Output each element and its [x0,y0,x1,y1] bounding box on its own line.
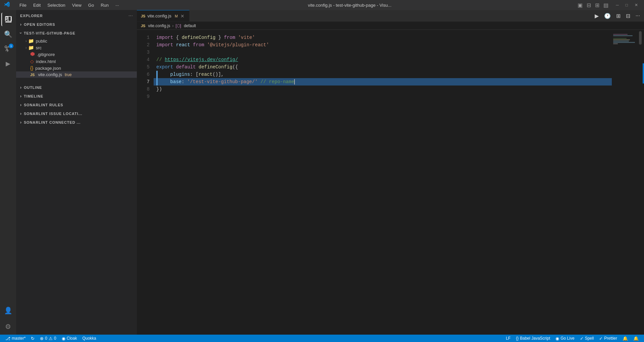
folder-src-icon: 📁 [28,45,34,50]
folder-src[interactable]: › 📁 src [16,44,137,51]
layout-icon-2[interactable]: ⊟ [587,2,591,8]
code-line-9 [154,93,612,100]
sonarlint-rules-section[interactable]: › SONARLINT RULES [16,101,137,109]
open-editors-section[interactable]: › OPEN EDITORS [16,20,137,29]
token-base: base [170,78,182,86]
spell-label: Spell [585,336,594,341]
debug-activity-icon[interactable]: ▶ [1,57,15,70]
tab-close-button[interactable]: ✕ [180,13,185,19]
status-bar: ⎇ master* ↻ ⊗ 0 ⚠ 0 ◉ Cloak Quokka LF {}… [0,335,644,342]
prettier-label: Prettier [604,336,617,341]
breadcrumb-symbol[interactable]: default [184,23,196,28]
sync-status[interactable]: ↻ [28,335,37,342]
token-url: https://vitejs.dev/config/ [165,56,238,63]
token-base-str: '/test-vite-github-page/' [187,78,258,86]
file-package-json[interactable]: {} package.json [16,65,137,71]
go-live-status[interactable]: ◉ Go Live [553,335,577,342]
window-title: vite.config.js - test-vite-github-page -… [127,3,572,8]
selection-menu[interactable]: Selection [45,2,68,8]
timeline-chevron: › [20,94,22,99]
outline-section[interactable]: › OUTLINE [16,83,137,92]
token-plugin-react-str: '@vitejs/plugin-react' [207,41,269,49]
view-menu[interactable]: View [69,2,84,8]
spell-status[interactable]: ✓ Spell [577,335,597,342]
branch-status[interactable]: ⎇ master* [3,335,28,342]
explorer-header: EXPLORER ··· [16,10,137,20]
timeline-section[interactable]: › TIMELINE [16,92,137,101]
tab-bar: JS vite.config.js M ✕ ▶ 🕐 ⊞ ⊟ ··· [137,10,644,22]
minimap-line-7 [613,42,635,43]
tab-vite-config[interactable]: JS vite.config.js M ✕ [137,10,190,21]
line-num-3: 3 [137,49,154,56]
source-control-activity-icon[interactable]: 1 [1,42,15,56]
layout-icon-1[interactable]: ▣ [578,2,583,8]
maximize-button[interactable]: □ [624,2,630,8]
more-actions-button[interactable]: ··· [634,11,641,20]
titlebar: File Edit Selection View Go Run ··· vite… [0,0,644,10]
sonarlint-rules-label: SONARLINT RULES [24,103,63,107]
cloak-status[interactable]: ◉ Cloak [59,335,80,342]
activity-bar: 🔍 1 ▶ 👤 ⚙ [0,10,16,335]
settings-activity-icon[interactable]: ⚙ [1,320,15,333]
explorer-more-button[interactable]: ··· [128,13,133,19]
line-ending-label: LF [506,336,511,341]
edit-menu[interactable]: Edit [31,2,43,8]
split-view-button[interactable]: ⊟ [625,11,632,20]
language-icon: {} [516,336,519,341]
breadcrumb-filename[interactable]: vite.config.js [148,23,170,28]
line-num-4: 4 [137,56,154,63]
folder-public-label: public [36,39,47,44]
main-layout: 🔍 1 ▶ 👤 ⚙ EXPLORER ··· › OPEN EDITORS › … [0,10,644,335]
spell-icon: ✓ [580,336,584,341]
file-index-html[interactable]: ◇ index.html [16,58,137,65]
editor-scrollbar[interactable] [639,30,642,335]
open-changes-button[interactable]: 🕐 [603,11,612,20]
run-button[interactable]: ▶ [593,11,600,20]
folder-public[interactable]: › 📁 public [16,38,137,44]
layout-icon-4[interactable]: ▤ [603,2,608,8]
prettier-status[interactable]: ✓ Prettier [596,335,620,342]
timeline-label: TIMELINE [24,94,43,98]
token-vite-str: 'vite' [238,34,255,41]
code-content[interactable]: import { defineConfig } from 'vite' impo… [154,30,612,335]
errors-status[interactable]: ⊗ 0 ⚠ 0 [37,335,59,342]
project-name: TEST-VITE-GITHUB-PAGE [24,31,75,35]
code-line-1: import { defineConfig } from 'vite' [154,34,612,41]
search-activity-icon[interactable]: 🔍 [1,27,15,41]
split-editor-button[interactable]: ⊞ [615,11,622,20]
source-control-badge: 1 [9,44,13,48]
open-editors-label: OPEN EDITORS [24,22,55,26]
project-section[interactable]: › TEST-VITE-GITHUB-PAGE [16,29,137,38]
sonarlint-rules-chevron: › [20,103,22,107]
file-vite-config[interactable]: JS vite.config.js true [16,71,137,78]
json-icon: {} [30,65,33,71]
folder-public-icon: 📁 [28,38,34,44]
language-status[interactable]: {} Babel JavaScript [513,335,553,342]
more-menu[interactable]: ··· [113,2,122,8]
quokka-status[interactable]: Quokka [79,335,99,342]
sonarlint-issues-section[interactable]: › SONARLINT ISSUE LOCATI... [16,109,137,118]
line-ending-status[interactable]: LF [503,335,513,342]
breadcrumb-file-icon: JS [141,24,145,28]
svg-rect-0 [5,16,8,21]
token-comment-2: // repo-name [260,78,294,86]
alerts-status[interactable]: 🔔 [631,335,641,342]
go-menu[interactable]: Go [86,2,97,8]
explorer-activity-icon[interactable] [1,13,15,26]
sonarlint-connected-section[interactable]: › SONARLINT CONNECTED ... [16,118,137,127]
line-num-9: 9 [137,93,154,100]
go-live-label: Go Live [560,336,574,341]
code-editor[interactable]: 1 2 3 4 5 6 7 8 9 import { defineConfig … [137,30,644,335]
language-label: Babel JavaScript [520,336,550,341]
minimize-button[interactable]: ─ [614,2,621,8]
token-defineconfig-2: defineConfig [199,63,232,71]
close-button[interactable]: ✕ [633,2,640,8]
run-menu[interactable]: Run [98,2,111,8]
minimap-line-5 [613,39,630,40]
scrollbar-thumb[interactable] [639,31,642,45]
account-activity-icon[interactable]: 👤 [1,304,15,317]
layout-icon-3[interactable]: ⊞ [595,2,599,8]
file-gitignore[interactable]: .gitignore [16,51,137,58]
notifications-status[interactable]: 🔔 [620,335,631,342]
file-menu[interactable]: File [17,2,29,8]
